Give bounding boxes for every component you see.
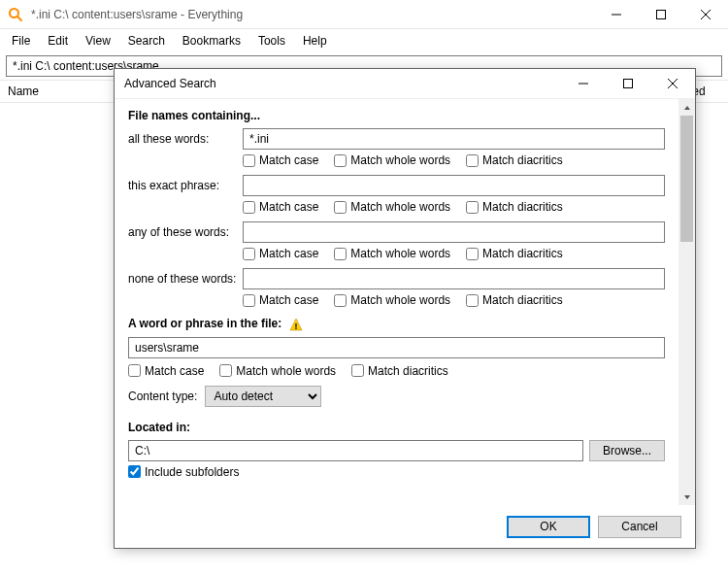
none-match-case[interactable]: Match case xyxy=(243,293,318,307)
any-diacritics-label: Match diacritics xyxy=(482,247,563,260)
any-words-input[interactable] xyxy=(243,221,665,243)
none-checks: Match case Match whole words Match diacr… xyxy=(243,293,665,307)
svg-marker-12 xyxy=(684,106,690,110)
all-words-checks: Match case Match whole words Match diacr… xyxy=(243,153,665,167)
none-whole-words[interactable]: Match whole words xyxy=(334,293,450,307)
menu-edit[interactable]: Edit xyxy=(40,32,76,50)
dialog-close-button[interactable] xyxy=(650,69,695,98)
all-diacritics[interactable]: Match diacritics xyxy=(466,153,563,167)
dialog-titlebar: Advanced Search xyxy=(115,69,695,98)
content-type-select[interactable]: Auto detect xyxy=(205,386,321,407)
any-words-label: any of these words: xyxy=(128,225,237,239)
content-match-case[interactable]: Match case xyxy=(128,364,204,378)
content-diacritics[interactable]: Match diacritics xyxy=(351,364,448,378)
scroll-thumb[interactable] xyxy=(680,116,693,242)
any-checks: Match case Match whole words Match diacr… xyxy=(243,247,665,260)
menu-bookmarks[interactable]: Bookmarks xyxy=(175,32,248,50)
section-content-header-text: A word or phrase in the file: xyxy=(128,317,281,330)
exact-phrase-input[interactable] xyxy=(243,175,665,196)
content-type-label: Content type: xyxy=(128,390,197,403)
include-subfolders-label: Include subfolders xyxy=(145,465,239,479)
dialog-maximize-button[interactable] xyxy=(606,69,650,98)
any-match-case-label: Match case xyxy=(259,247,318,260)
exact-match-case-label: Match case xyxy=(259,200,318,214)
none-whole-words-label: Match whole words xyxy=(350,293,450,307)
content-match-case-label: Match case xyxy=(145,364,204,378)
any-diacritics[interactable]: Match diacritics xyxy=(466,247,563,260)
scroll-up-icon[interactable] xyxy=(678,99,695,116)
include-subfolders[interactable]: Include subfolders xyxy=(128,465,665,479)
section-filenames-header: File names containing... xyxy=(128,109,665,122)
all-words-input[interactable] xyxy=(243,128,665,150)
dialog-body: File names containing... all these words… xyxy=(115,99,678,505)
menu-help[interactable]: Help xyxy=(295,32,335,50)
column-name-label: Name xyxy=(8,85,39,98)
exact-phrase-label: this exact phrase: xyxy=(128,179,237,192)
main-titlebar: *.ini C:\ content:users\srame - Everythi… xyxy=(0,0,728,29)
none-match-case-label: Match case xyxy=(259,293,318,307)
window-title: *.ini C:\ content:users\srame - Everythi… xyxy=(31,8,243,21)
dialog-scrollbar[interactable] xyxy=(678,99,695,505)
all-diacritics-label: Match diacritics xyxy=(482,153,563,167)
exact-whole-words[interactable]: Match whole words xyxy=(334,200,450,214)
warning-icon: ! xyxy=(289,318,303,331)
all-words-label: all these words: xyxy=(128,132,237,146)
menu-view[interactable]: View xyxy=(78,32,118,50)
browse-button[interactable]: Browse... xyxy=(589,440,665,461)
dialog-minimize-button[interactable] xyxy=(561,69,606,98)
exact-diacritics-label: Match diacritics xyxy=(482,200,563,214)
all-match-case-label: Match case xyxy=(259,153,318,167)
svg-line-1 xyxy=(17,17,21,20)
any-whole-words-label: Match whole words xyxy=(350,247,450,260)
window-controls xyxy=(594,0,728,29)
section-content-header: A word or phrase in the file: ! xyxy=(128,317,665,331)
svg-marker-13 xyxy=(684,495,690,499)
content-whole-words-label: Match whole words xyxy=(236,364,336,378)
content-diacritics-label: Match diacritics xyxy=(368,364,448,378)
dialog-title: Advanced Search xyxy=(124,77,216,90)
menubar: File Edit View Search Bookmarks Tools He… xyxy=(0,29,728,52)
none-words-label: none of these words: xyxy=(128,272,237,286)
menu-search[interactable]: Search xyxy=(120,32,173,50)
close-button[interactable] xyxy=(683,0,728,29)
svg-text:!: ! xyxy=(294,322,297,331)
exact-whole-words-label: Match whole words xyxy=(350,200,450,214)
located-input[interactable] xyxy=(128,440,583,461)
menu-tools[interactable]: Tools xyxy=(250,32,293,50)
none-diacritics-label: Match diacritics xyxy=(482,293,563,307)
any-whole-words[interactable]: Match whole words xyxy=(334,247,450,260)
exact-diacritics[interactable]: Match diacritics xyxy=(466,200,563,214)
minimize-button[interactable] xyxy=(594,0,639,29)
all-whole-words-label: Match whole words xyxy=(350,153,450,167)
dialog-footer: OK Cancel xyxy=(115,505,695,548)
svg-rect-3 xyxy=(657,10,666,18)
none-diacritics[interactable]: Match diacritics xyxy=(466,293,563,307)
exact-checks: Match case Match whole words Match diacr… xyxy=(243,200,665,214)
app-icon xyxy=(8,7,23,22)
ok-button[interactable]: OK xyxy=(507,516,590,538)
menu-file[interactable]: File xyxy=(4,32,38,50)
scroll-down-icon[interactable] xyxy=(678,489,695,505)
content-checks: Match case Match whole words Match diacr… xyxy=(128,364,665,378)
all-match-case[interactable]: Match case xyxy=(243,153,318,167)
svg-rect-7 xyxy=(624,80,633,88)
cancel-button[interactable]: Cancel xyxy=(598,516,681,538)
content-whole-words[interactable]: Match whole words xyxy=(219,364,336,378)
content-input[interactable] xyxy=(128,337,665,358)
advanced-search-dialog: Advanced Search File names containing...… xyxy=(114,68,696,549)
exact-match-case[interactable]: Match case xyxy=(243,200,318,214)
section-located-header: Located in: xyxy=(128,421,665,434)
maximize-button[interactable] xyxy=(639,0,683,29)
any-match-case[interactable]: Match case xyxy=(243,247,318,260)
all-whole-words[interactable]: Match whole words xyxy=(334,153,450,167)
none-words-input[interactable] xyxy=(243,268,665,289)
